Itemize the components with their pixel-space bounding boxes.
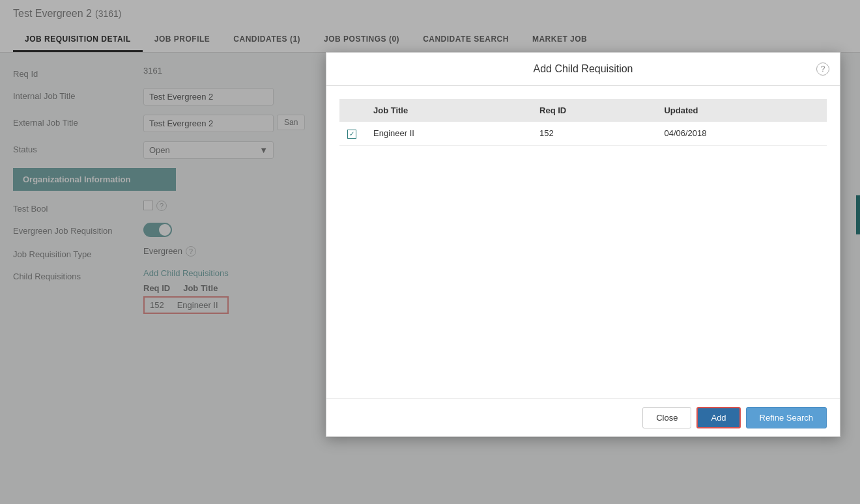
results-table-job-title-header: Job Title (366, 99, 532, 122)
row-job-title: Engineer II (366, 122, 532, 145)
modal-dialog: Add Child Requisition ? Job Title Req ID… (326, 52, 840, 437)
modal-title: Add Child Requisition (534, 63, 633, 75)
row-req-id: 152 (532, 122, 656, 145)
results-table-req-id-header: Req ID (532, 99, 656, 122)
modal-header: Add Child Requisition ? (326, 53, 840, 86)
row-checkbox[interactable]: ✓ (347, 130, 356, 139)
results-table-checkbox-col (339, 99, 366, 122)
table-row[interactable]: ✓ Engineer II 152 04/06/2018 (339, 122, 827, 145)
modal-body: Job Title Req ID Updated ✓ Engineer II 1… (326, 86, 840, 399)
row-checkbox-cell[interactable]: ✓ (339, 122, 366, 145)
modal-help-icon[interactable]: ? (816, 63, 829, 76)
modal-footer: Close Add Refine Search (326, 399, 840, 436)
add-button[interactable]: Add (696, 407, 740, 428)
results-table-header-row: Job Title Req ID Updated (339, 99, 827, 122)
page-wrapper: Test Evergreen 2 (3161) JOB REQUISITION … (0, 0, 860, 504)
row-updated: 04/06/2018 (656, 122, 827, 145)
close-button[interactable]: Close (642, 407, 691, 428)
results-table-updated-header: Updated (656, 99, 827, 122)
refine-search-button[interactable]: Refine Search (746, 407, 827, 428)
results-table: Job Title Req ID Updated ✓ Engineer II 1… (339, 99, 827, 146)
